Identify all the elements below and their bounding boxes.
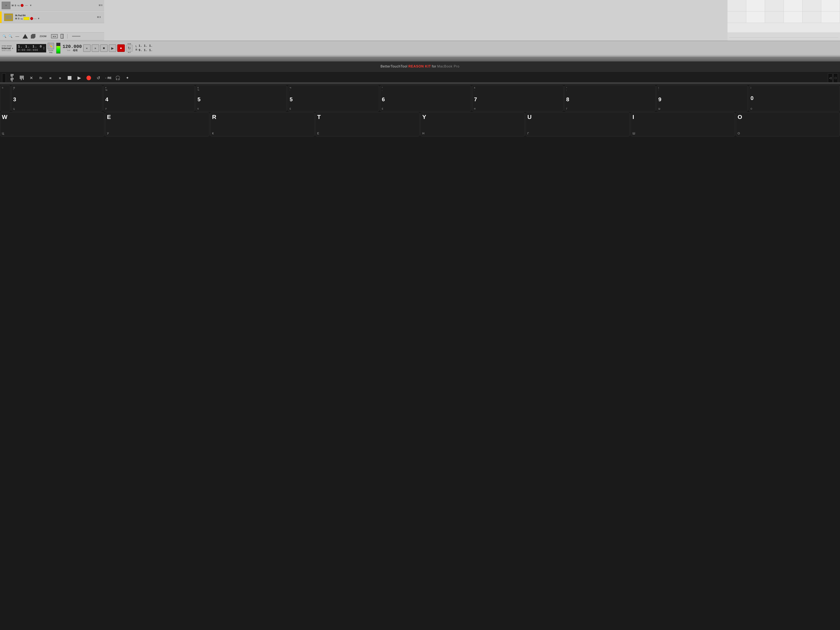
forward-button[interactable]: » — [92, 44, 99, 52]
click-pre-section[interactable]: ✏️ CLICKPRE — [47, 43, 54, 54]
tap-label[interactable]: TAP — [67, 49, 70, 52]
click-pre-label: CLICKPRE — [48, 50, 53, 54]
tempo-section: 120.000 TAP 4/4 — [63, 44, 82, 52]
record-btn-1[interactable] — [21, 4, 24, 7]
transport-bar: SYNC MODE Internal ▼ SEND CLOCK 1. 1. 1.… — [0, 41, 210, 55]
tb-bluetooth-btn[interactable]: ✦ — [124, 74, 131, 82]
level-meter — [56, 43, 60, 54]
position-bars: 1. 1. 1. 0 — [18, 45, 42, 49]
tb-play-btn[interactable]: ▶ — [76, 74, 82, 82]
key-4-main: 4 — [105, 96, 108, 103]
sync-chevron: ▼ — [11, 47, 14, 50]
key-4-sub: У — [105, 108, 106, 110]
key-w-main: W — [2, 114, 7, 120]
line-tool-icon[interactable]: — — [16, 34, 19, 38]
dub-label: DUB — [128, 43, 131, 45]
position-bar — [72, 36, 81, 37]
loop-button[interactable]: ↻ — [126, 45, 133, 52]
time-sig: 4/4 — [73, 49, 77, 52]
laptop-bezel-top — [0, 56, 210, 62]
right-pos-1: 1. 1. 1. — [139, 44, 153, 48]
send-clock-label: SEND CLOCK — [2, 50, 14, 51]
tb-forward-btn[interactable]: » — [57, 74, 63, 82]
transport-controls: « » ■ ▶ ● — [83, 44, 125, 52]
position-time: 0:00:00:000 — [18, 49, 38, 52]
select-tool-icon[interactable] — [31, 34, 35, 38]
tb-tools-btn[interactable]: ✕ — [28, 74, 35, 82]
arrow-tool-icon[interactable] — [22, 34, 28, 38]
mx-label-1: M X — [99, 4, 103, 6]
lr-r: R — [136, 48, 137, 52]
key-3-sub: Ц — [13, 108, 14, 110]
level-fill — [57, 46, 60, 53]
zoom-out-icon[interactable]: 🔍 — [3, 35, 6, 38]
key-w-sub: Ц — [2, 132, 4, 135]
tb-mixer2-btn[interactable] — [18, 74, 25, 82]
touch-bar-branding: BetterTouchTool REASON KIT for MacBook P… — [0, 62, 210, 71]
zoom-in-icon[interactable]: 🔍 — [8, 35, 13, 38]
track-icon-2 — [4, 14, 13, 21]
key-e-sub: У — [107, 132, 109, 135]
tb-rewind-btn[interactable]: « — [47, 74, 54, 82]
record-button[interactable]: ● — [117, 44, 125, 52]
dub-alt-section: DUB ↻ ALT — [126, 43, 133, 53]
zoom-control-icon[interactable]: ◄► — [51, 34, 58, 38]
track-insert-2 — [24, 17, 29, 20]
lr-section: L R 1. 1. 1. 9. 1. 1. — [136, 44, 153, 52]
key-w[interactable]: W Ц — [0, 112, 104, 136]
tb-mixer-btn[interactable] — [9, 74, 16, 82]
key-partial-left[interactable]: G — [0, 85, 10, 112]
tb-re-btn[interactable]: ←RE — [104, 74, 112, 82]
sync-value: Internal — [2, 47, 11, 50]
stop-button[interactable]: ■ — [100, 44, 108, 52]
right-pos-2: 9. 1. 1. — [139, 48, 153, 52]
position-arrows[interactable]: ▲ ▼ — [43, 46, 45, 50]
key-5-main: 5 — [197, 96, 201, 103]
track-indicator — [0, 11, 2, 23]
sync-mode-label: SYNC MODE — [2, 45, 14, 47]
track-controls-1: M — [12, 4, 14, 7]
zoom-label: ZOOM — [39, 35, 46, 38]
key-e[interactable]: E У — [105, 112, 210, 136]
sync-section: SYNC MODE Internal ▼ SEND CLOCK — [2, 45, 14, 51]
number-key-row: G @ " 3 Ц # № 4 У $ % 5 К — [0, 84, 210, 112]
key-3-main: 3 — [13, 96, 16, 103]
key-4[interactable]: # № 4 У — [103, 85, 194, 112]
tempo-value: 120.000 — [63, 44, 82, 49]
mx-label-2: M X — [97, 16, 101, 18]
tb-edge-left[interactable] — [2, 73, 6, 82]
sync-dropdown[interactable]: Internal ▼ — [2, 47, 14, 50]
letter-key-row: W Ц E У R К T Е Y Н U Г I Ш O О — [0, 112, 210, 136]
tb-record-dot — [87, 76, 91, 80]
play-button[interactable]: ▶ — [109, 44, 116, 52]
alt-label: ALT — [128, 52, 131, 53]
tb-headphone-btn[interactable]: 🎧 — [114, 74, 121, 82]
daw-screen: ▦ M S ɰ — ▼ M X 8k Pad RH — [0, 0, 210, 62]
cursor-icon — [61, 34, 63, 38]
click-icon[interactable]: ✏️ — [47, 43, 54, 49]
tb-record-btn[interactable] — [85, 74, 92, 82]
track-icon-1: ▦ — [2, 2, 10, 9]
key-e-main: E — [107, 114, 111, 120]
tb-browse-btn[interactable]: Br — [38, 74, 44, 82]
track-row-2: 8k Pad RH M S ɰ — ▼ M X — [0, 11, 104, 23]
track-row-1: ▦ M S ɰ — ▼ M X — [0, 0, 104, 11]
tb-stop-btn[interactable] — [66, 74, 73, 82]
zoom-bar: 🔍 🔍 — ZOOM ◄► — [0, 32, 104, 40]
rewind-button[interactable]: « — [83, 44, 91, 52]
key-5[interactable]: $ % 5 К — [196, 85, 210, 112]
record-btn-2[interactable] — [30, 17, 33, 20]
key-3[interactable]: @ " 3 Ц — [11, 85, 103, 112]
position-display: 1. 1. 1. 0 0:00:00:000 ▲ ▼ — [16, 44, 46, 52]
track-name-2: 8k Pad RH — [15, 14, 40, 17]
tb-loop-btn[interactable]: ↺ — [95, 74, 102, 82]
keyboard-area: G @ " 3 Ц # № 4 У $ % 5 К — [0, 84, 210, 158]
key-5-sub: К — [197, 108, 199, 110]
tb-browse-label: Br — [39, 76, 42, 80]
lr-l: L — [136, 44, 137, 48]
